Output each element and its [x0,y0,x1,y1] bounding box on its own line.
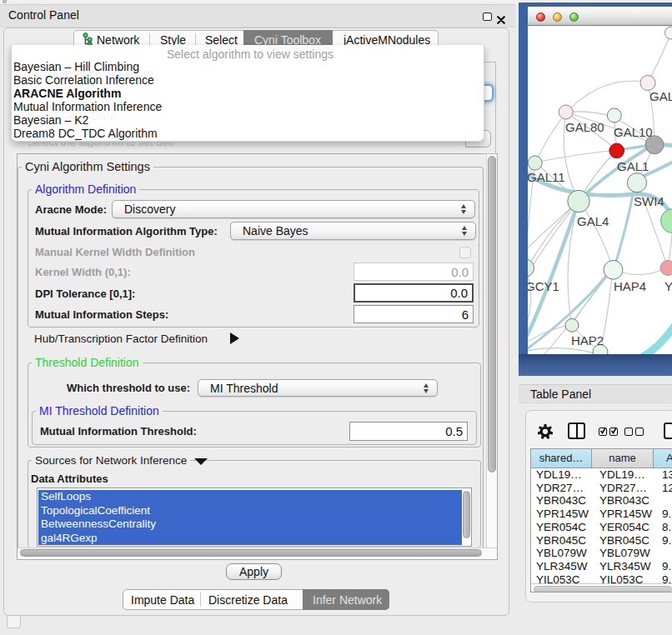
svg-text:GAL11: GAL11 [528,170,565,184]
svg-text:SWI4: SWI4 [634,194,664,208]
svg-text:GAL10: GAL10 [614,125,653,139]
svg-text:GAL4: GAL4 [577,214,609,228]
svg-text:GCY1: GCY1 [528,279,559,293]
svg-text:HAP4: HAP4 [614,279,646,293]
svg-text:HAP2: HAP2 [571,333,604,348]
svg-text:GAL1: GAL1 [617,159,649,173]
svg-text:GAL80: GAL80 [565,120,604,134]
svg-text:Y: Y [664,279,672,293]
svg-text:GAL: GAL [649,89,672,103]
